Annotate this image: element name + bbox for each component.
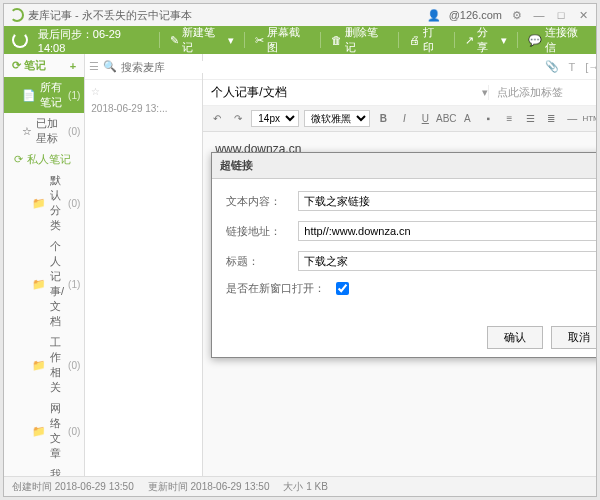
text-label: 文本内容： [226, 194, 298, 209]
url-label: 链接地址： [226, 224, 298, 239]
main-toolbar: 最后同步：06-29 14:08 ✎ 新建笔记 ▾ ✂ 屏幕截图 🗑 删除笔记 … [4, 26, 596, 54]
text-tool-icon[interactable]: T [569, 61, 576, 73]
screenshot-button[interactable]: ✂ 屏幕截图 [255, 25, 310, 55]
bold-icon[interactable]: B [375, 111, 391, 127]
sidebar-item-personal-doc[interactable]: 📁 个人记事/文档 (1) [4, 236, 84, 332]
user-icon: 👤 [427, 9, 441, 22]
share-button[interactable]: ↗ 分享 ▾ [465, 25, 507, 55]
window-title: 麦库记事 - 永不丢失的云中记事本 [28, 8, 192, 23]
status-bar: 创建时间 2018-06-29 13:50 更新时间 2018-06-29 13… [4, 476, 596, 496]
sidebar-item-web[interactable]: 📁 网络文章 (0) [4, 398, 84, 464]
title-bar: 麦库记事 - 永不丢失的云中记事本 👤 @126.com ⚙ — □ ✕ [4, 4, 596, 26]
align-icon[interactable]: ≡ [501, 111, 517, 127]
close-icon[interactable]: ✕ [576, 9, 590, 22]
notes-header[interactable]: ⟳ 笔记+ [4, 54, 84, 77]
print-button[interactable]: 🖨 打印 [409, 25, 444, 55]
export-icon[interactable]: [→ [585, 61, 596, 73]
sync-icon[interactable] [12, 32, 28, 48]
underline-icon[interactable]: U [417, 111, 433, 127]
sidebar-item-all-notes[interactable]: 📄 所有笔记 (1) [4, 77, 84, 113]
note-date[interactable]: 2018-06-29 13:... [91, 103, 196, 114]
attach-icon[interactable]: 📎 [545, 60, 559, 73]
hr-icon[interactable]: — [564, 111, 580, 127]
new-note-button[interactable]: ✎ 新建笔记 ▾ [170, 25, 234, 55]
note-list: ☰ 🔍 ☆ 2018-06-29 13:... [85, 54, 203, 476]
redo-icon[interactable]: ↷ [230, 111, 246, 127]
link-url-input[interactable] [298, 221, 596, 241]
sidebar-item-starred[interactable]: ☆ 已加星标 (0) [4, 113, 84, 149]
sync-status: 最后同步：06-29 14:08 [38, 27, 150, 54]
text-content-input[interactable] [298, 191, 596, 211]
star-icon[interactable]: ☆ [91, 86, 196, 97]
list-ol-icon[interactable]: ≣ [543, 111, 559, 127]
updated-time: 更新时间 2018-06-29 13:50 [148, 480, 270, 494]
sidebar-item-myfiles[interactable]: 📁 我的文件 (0) [4, 464, 84, 476]
ok-button[interactable]: 确认 [487, 326, 543, 349]
app-logo-icon [10, 8, 24, 22]
font-size-select[interactable]: 14px [251, 110, 299, 127]
search-icon: 🔍 [103, 60, 117, 73]
created-time: 创建时间 2018-06-29 13:50 [12, 480, 134, 494]
minimize-icon[interactable]: — [532, 9, 546, 21]
maximize-icon[interactable]: □ [554, 9, 568, 21]
settings-icon[interactable]: ⚙ [510, 9, 524, 22]
strike-icon[interactable]: ABC [438, 111, 454, 127]
italic-icon[interactable]: I [396, 111, 412, 127]
undo-icon[interactable]: ↶ [209, 111, 225, 127]
delete-note-button[interactable]: 🗑 删除笔记 [331, 25, 388, 55]
new-window-checkbox[interactable] [336, 282, 349, 295]
editor-pane: 📎 T [→ ⋯ ▾ 点此添加标签 ↶ ↷ 14px 微软雅黑 B I U AB… [203, 54, 596, 476]
rich-text-toolbar: ↶ ↷ 14px 微软雅黑 B I U ABC A ▪ ≡ ☰ ≣ — HTML… [203, 106, 596, 132]
title-label: 标题： [226, 254, 298, 269]
font-family-select[interactable]: 微软雅黑 [304, 110, 370, 127]
link-title-input[interactable] [298, 251, 596, 271]
tags-input[interactable]: 点此添加标签 [488, 85, 596, 100]
sidebar-item-default[interactable]: 📁 默认分类 (0) [4, 170, 84, 236]
sidebar: ⟳ 笔记+ 📄 所有笔记 (1) ☆ 已加星标 (0) ⟳ 私人笔记 📁 默认分… [4, 54, 85, 476]
note-title-input[interactable] [203, 86, 482, 100]
bgcolor-icon[interactable]: ▪ [480, 111, 496, 127]
html-icon[interactable]: HTML [585, 111, 596, 127]
editor-body[interactable]: www.downza.cn 超链接 ✕ 文本内容： 链接地址： 标题： 是否在新… [203, 132, 596, 476]
list-ul-icon[interactable]: ☰ [522, 111, 538, 127]
color-icon[interactable]: A [459, 111, 475, 127]
personal-notes-header[interactable]: ⟳ 私人笔记 [4, 149, 84, 170]
file-size: 大小 1 KB [283, 480, 327, 494]
cancel-button[interactable]: 取消 [551, 326, 596, 349]
sidebar-item-work[interactable]: 📁 工作相关 (0) [4, 332, 84, 398]
add-icon[interactable]: + [70, 60, 76, 72]
user-email[interactable]: @126.com [449, 9, 502, 21]
list-view-icon[interactable]: ☰ [89, 60, 99, 73]
hyperlink-dialog: 超链接 ✕ 文本内容： 链接地址： 标题： 是否在新窗口打开： 确认 取消 [211, 152, 596, 358]
newwin-label: 是否在新窗口打开： [226, 281, 336, 296]
wechat-button[interactable]: 💬 连接微信 [528, 25, 588, 55]
dialog-title: 超链接 [220, 158, 253, 173]
